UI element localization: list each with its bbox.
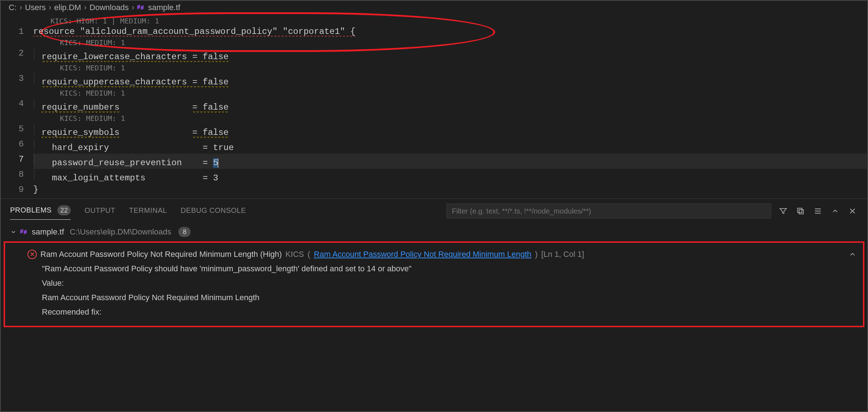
breadcrumb-seg[interactable]: C: bbox=[9, 3, 17, 12]
chevron-right-icon: › bbox=[84, 3, 87, 12]
code-line[interactable]: max_login_attempts = 3 bbox=[33, 169, 867, 184]
code-line[interactable]: require_uppercase_characters = false bbox=[33, 73, 867, 88]
codelens[interactable]: KICS: MEDIUM: 1 bbox=[33, 63, 867, 73]
view-as-list-icon[interactable] bbox=[812, 206, 823, 216]
code-line[interactable]: require_symbols = false bbox=[33, 123, 867, 139]
svg-rect-0 bbox=[798, 208, 802, 212]
line-number: 9 bbox=[1, 184, 33, 196]
breadcrumb-seg[interactable]: Downloads bbox=[90, 3, 129, 12]
problem-message: "Ram Account Password Policy should have… bbox=[27, 262, 856, 276]
terraform-file-icon bbox=[20, 228, 28, 236]
code-line[interactable]: require_numbers = false bbox=[33, 98, 867, 113]
tab-debug-console[interactable]: DEBUG CONSOLE bbox=[181, 203, 246, 219]
problem-value-body: Ram Account Password Policy Not Required… bbox=[27, 290, 856, 305]
line-number: 3 bbox=[1, 73, 33, 84]
breadcrumb[interactable]: C: › Users › elip.DM › Downloads › sampl… bbox=[1, 1, 867, 14]
codelens[interactable]: KICS: MEDIUM: 1 bbox=[33, 38, 867, 48]
tab-problems[interactable]: PROBLEMS 22 bbox=[10, 202, 71, 220]
chevron-up-icon[interactable] bbox=[830, 206, 841, 216]
text-cursor bbox=[218, 158, 218, 168]
problem-fix-label: Recomended fix: bbox=[27, 305, 856, 319]
chevron-down-icon bbox=[10, 229, 17, 235]
tab-terminal[interactable]: TERMINAL bbox=[129, 203, 167, 219]
tab-output[interactable]: OUTPUT bbox=[84, 203, 115, 219]
code-line[interactable]: require_lowercase_characters = false bbox=[33, 48, 867, 63]
breadcrumb-seg[interactable]: sample.tf bbox=[148, 3, 180, 12]
line-number: 8 bbox=[1, 169, 33, 180]
line-number: 6 bbox=[1, 139, 33, 150]
line-number: 1 bbox=[1, 26, 33, 38]
problem-item[interactable]: ✕ Ram Account Password Policy Not Requir… bbox=[27, 247, 856, 262]
codelens[interactable]: KICS: MEDIUM: 1 bbox=[33, 88, 867, 98]
collapse-all-icon[interactable] bbox=[795, 206, 806, 216]
terraform-file-icon bbox=[137, 4, 145, 12]
editor[interactable]: KICS: HIGH: 1 | MEDIUM: 1 1 resource "al… bbox=[1, 14, 867, 196]
problem-source: KICS bbox=[285, 247, 304, 262]
problem-title: Ram Account Password Policy Not Required… bbox=[40, 247, 282, 262]
line-number: 2 bbox=[1, 48, 33, 59]
codelens[interactable]: KICS: HIGH: 1 | MEDIUM: 1 bbox=[33, 16, 867, 26]
breadcrumb-seg[interactable]: Users bbox=[25, 3, 45, 12]
problem-location: [Ln 1, Col 1] bbox=[541, 247, 584, 262]
problems-file-row[interactable]: sample.tf C:\Users\elip.DM\Downloads 8 bbox=[1, 225, 867, 239]
line-number: 7 bbox=[1, 154, 33, 165]
code-line[interactable]: hard_expiry = true bbox=[33, 139, 867, 154]
problems-filter-input[interactable] bbox=[446, 203, 771, 219]
tab-label: PROBLEMS bbox=[10, 206, 52, 214]
line-number: 5 bbox=[1, 123, 33, 135]
problems-count-badge: 22 bbox=[57, 205, 71, 215]
codelens[interactable]: KICS: MEDIUM: 1 bbox=[33, 113, 867, 123]
error-icon: ✕ bbox=[27, 250, 37, 259]
problem-value-label: Value: bbox=[27, 276, 856, 290]
line-number: 4 bbox=[1, 98, 33, 110]
code-line[interactable]: password_reuse_prevention = 5 bbox=[33, 154, 867, 169]
problem-rule-link[interactable]: Ram Account Password Policy Not Required… bbox=[314, 247, 532, 262]
file-problem-count-badge: 8 bbox=[178, 227, 191, 237]
problems-file-path: C:\Users\elip.DM\Downloads bbox=[70, 227, 171, 237]
svg-rect-1 bbox=[799, 210, 803, 214]
chevron-up-icon[interactable] bbox=[849, 250, 856, 258]
chevron-right-icon: › bbox=[19, 3, 22, 12]
annotation-highlight-box: ✕ Ram Account Password Policy Not Requir… bbox=[4, 241, 864, 327]
chevron-right-icon: › bbox=[49, 3, 51, 12]
problems-file-name: sample.tf bbox=[32, 227, 64, 237]
close-icon[interactable] bbox=[847, 206, 858, 216]
code-line[interactable]: } bbox=[33, 184, 867, 196]
chevron-right-icon: › bbox=[132, 3, 134, 12]
bottom-panel: PROBLEMS 22 OUTPUT TERMINAL DEBUG CONSOL… bbox=[1, 198, 867, 411]
breadcrumb-seg[interactable]: elip.DM bbox=[54, 3, 81, 12]
filter-icon[interactable] bbox=[778, 206, 789, 216]
code-line: resource "alicloud_ram_account_password_… bbox=[33, 26, 867, 38]
